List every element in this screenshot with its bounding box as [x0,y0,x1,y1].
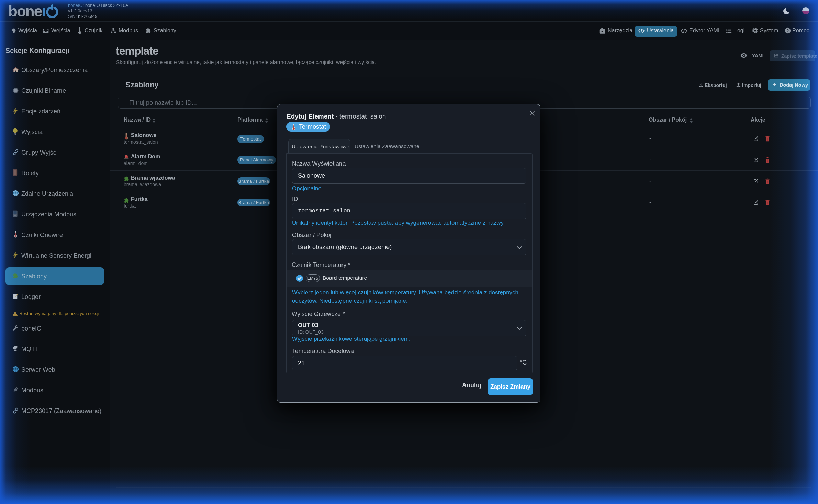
svg-text:?: ? [787,29,789,33]
